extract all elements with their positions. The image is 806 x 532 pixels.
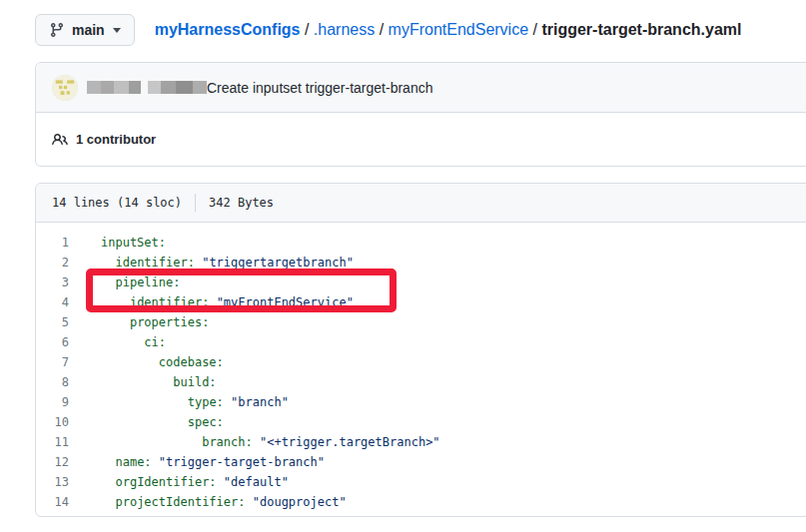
code-line-2: 2 identifier: "triggertargetbranch": [36, 253, 806, 272]
breadcrumb-segment-myfrontendservice[interactable]: myFrontEndService: [389, 21, 529, 38]
code-line-13: 13 orgIdentifier: "default": [36, 472, 806, 492]
redaction-block: [148, 81, 161, 94]
file-lines-info: 14 lines (14 sloc): [52, 196, 182, 210]
code-text: pipeline:: [69, 272, 180, 292]
line-number[interactable]: 4: [36, 292, 69, 312]
branch-selector-button[interactable]: main: [35, 14, 135, 46]
code-text: build:: [69, 372, 217, 392]
breadcrumb-segment--harness[interactable]: .harness: [314, 21, 375, 38]
file-blob-card: 14 lines (14 sloc) 342 Bytes 1inputSet:2…: [35, 183, 806, 517]
code-text: name: "trigger-target-branch": [69, 452, 325, 472]
code-line-4: 4 identifier: "myFrontEndService": [36, 292, 806, 312]
file-meta-bar: 14 lines (14 sloc) 342 Bytes: [36, 184, 806, 223]
code-text: codebase:: [69, 352, 224, 372]
line-number[interactable]: 9: [36, 392, 69, 412]
redaction-block: [193, 81, 207, 94]
code-text: ci:: [69, 332, 166, 352]
code-line-14: 14 projectIdentifier: "dougproject": [36, 492, 806, 512]
avatar[interactable]: [52, 75, 78, 101]
code-line-3: 3 pipeline:: [36, 272, 806, 292]
line-number[interactable]: 2: [36, 253, 69, 272]
code-line-5: 5 properties:: [36, 312, 806, 332]
branch-name-label: main: [72, 22, 105, 38]
breadcrumb-segment-trigger-target-branch-yaml: trigger-target-branch.yaml: [541, 21, 741, 38]
line-number[interactable]: 13: [36, 472, 69, 492]
redaction-block: [101, 81, 114, 94]
line-number[interactable]: 8: [36, 372, 69, 392]
people-icon: [52, 132, 68, 148]
redaction-block: [141, 81, 148, 94]
code-line-11: 11 branch: "<+trigger.targetBranch>": [36, 432, 806, 452]
redaction-block: [176, 81, 193, 94]
redaction-block: [114, 81, 129, 94]
latest-commit-row: Create inputset trigger-target-branch: [36, 63, 806, 113]
line-number[interactable]: 11: [36, 432, 69, 452]
line-number[interactable]: 14: [36, 492, 69, 512]
redaction-block: [161, 81, 176, 94]
git-branch-icon: [49, 22, 65, 38]
line-number[interactable]: 1: [36, 233, 69, 253]
code-line-7: 7 codebase:: [36, 352, 806, 372]
code-line-9: 9 type: "branch": [36, 392, 806, 412]
line-number[interactable]: 12: [36, 452, 69, 472]
chevron-down-icon: [113, 28, 121, 33]
code-text: identifier: "myFrontEndService": [69, 292, 354, 312]
breadcrumb-separator: /: [375, 21, 388, 38]
redaction-block: [87, 81, 101, 94]
line-number[interactable]: 3: [36, 272, 69, 292]
line-number[interactable]: 7: [36, 352, 69, 372]
code-text: type: "branch": [69, 392, 289, 412]
line-number[interactable]: 10: [36, 412, 69, 432]
contributors-label: 1 contributor: [76, 132, 156, 147]
code-text: branch: "<+trigger.targetBranch>": [69, 432, 440, 452]
breadcrumb: myHarnessConfigs / .harness / myFrontEnd…: [155, 21, 742, 39]
code-text: properties:: [69, 312, 209, 332]
code-line-6: 6 ci:: [36, 332, 806, 352]
latest-commit-card: Create inputset trigger-target-branch 1 …: [35, 62, 806, 167]
code-line-8: 8 build:: [36, 372, 806, 392]
contributors-row[interactable]: 1 contributor: [36, 113, 806, 166]
code-line-12: 12 name: "trigger-target-branch": [36, 452, 806, 472]
code-text: inputSet:: [69, 233, 166, 253]
redaction-block: [129, 81, 141, 94]
file-size: 342 Bytes: [209, 196, 274, 210]
line-number[interactable]: 6: [36, 332, 69, 352]
code-line-1: 1inputSet:: [36, 233, 806, 253]
code-text: spec:: [69, 412, 224, 432]
code-text: projectIdentifier: "dougproject": [69, 492, 347, 512]
commit-message-link[interactable]: Create inputset trigger-target-branch: [207, 80, 432, 96]
code-text: orgIdentifier: "default": [69, 472, 289, 492]
breadcrumb-separator: /: [301, 21, 314, 38]
redacted-author-name: [87, 81, 207, 94]
line-number[interactable]: 5: [36, 312, 69, 332]
meta-divider: [195, 194, 196, 212]
code-text: identifier: "triggertargetbranch": [69, 253, 354, 272]
breadcrumb-segment-myharnessconfigs[interactable]: myHarnessConfigs: [155, 21, 301, 38]
file-path-bar: main myHarnessConfigs / .harness / myFro…: [35, 14, 741, 46]
code-line-10: 10 spec:: [36, 412, 806, 432]
code-lines: 1inputSet:2 identifier: "triggertargetbr…: [36, 223, 806, 516]
breadcrumb-separator: /: [528, 21, 541, 38]
